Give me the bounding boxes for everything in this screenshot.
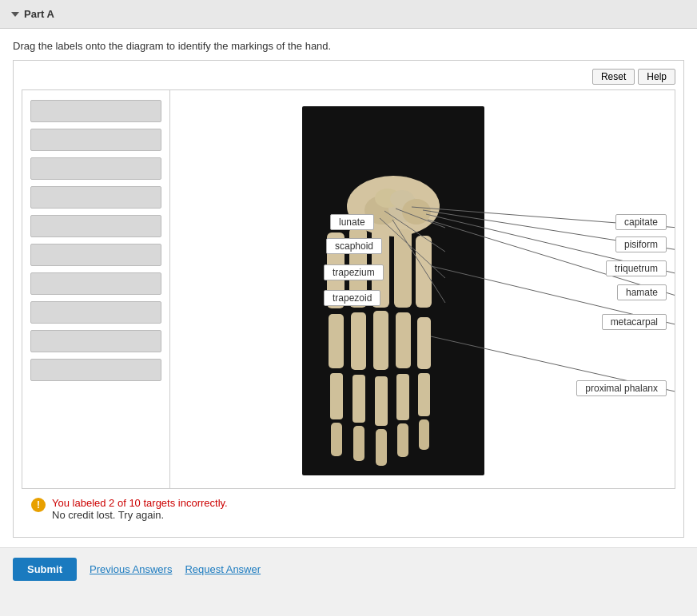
svg-line-28 xyxy=(384,211,445,252)
svg-rect-21 xyxy=(418,373,430,416)
help-button[interactable]: Help xyxy=(638,69,675,85)
diagram-area: lunate scaphoid trapezium trapezoid capi… xyxy=(22,89,675,489)
drop-slot-2[interactable] xyxy=(30,129,161,151)
svg-point-3 xyxy=(388,195,420,222)
svg-line-29 xyxy=(380,218,445,278)
svg-rect-15 xyxy=(396,312,411,368)
label-lunate[interactable]: lunate xyxy=(330,214,374,230)
feedback-area: ! You labeled 2 of 10 targets incorrectl… xyxy=(22,489,675,529)
drop-slot-3[interactable] xyxy=(30,157,161,180)
svg-rect-22 xyxy=(331,423,342,456)
previous-answers-button[interactable]: Previous Answers xyxy=(90,563,172,575)
drop-slot-10[interactable] xyxy=(30,359,161,381)
svg-rect-23 xyxy=(353,426,364,461)
request-answer-button[interactable]: Request Answer xyxy=(185,563,261,575)
label-hamate[interactable]: hamate xyxy=(617,284,667,300)
diagram-main: lunate scaphoid trapezium trapezoid capi… xyxy=(170,90,675,488)
svg-rect-10 xyxy=(394,229,412,308)
svg-point-6 xyxy=(402,199,431,225)
label-metacarpal[interactable]: metacarpal xyxy=(602,314,667,330)
drop-slot-4[interactable] xyxy=(30,186,161,209)
svg-rect-12 xyxy=(329,314,344,368)
toolbar: Reset Help xyxy=(22,69,675,85)
svg-rect-16 xyxy=(417,317,431,369)
collapse-triangle-icon[interactable] xyxy=(11,12,19,17)
svg-point-4 xyxy=(375,189,400,208)
svg-rect-17 xyxy=(330,373,343,419)
label-trapezium[interactable]: trapezium xyxy=(324,264,384,280)
drop-slot-9[interactable] xyxy=(30,330,161,352)
svg-line-27 xyxy=(396,209,445,228)
svg-rect-14 xyxy=(373,311,388,370)
submit-button[interactable]: Submit xyxy=(13,558,77,581)
drop-slot-8[interactable] xyxy=(30,301,161,324)
svg-point-5 xyxy=(390,190,414,208)
part-header: Part A xyxy=(0,0,697,29)
label-trapezoid[interactable]: trapezoid xyxy=(324,290,380,306)
svg-rect-20 xyxy=(396,374,409,420)
feedback-text: You labeled 2 of 10 targets incorrectly.… xyxy=(52,497,228,521)
svg-rect-11 xyxy=(416,236,432,308)
drop-slot-7[interactable] xyxy=(30,272,161,295)
part-title: Part A xyxy=(24,8,54,20)
svg-rect-26 xyxy=(419,419,429,450)
label-triquetrum[interactable]: triquetrum xyxy=(606,260,667,276)
page-wrapper: Part A Drag the labels onto the diagram … xyxy=(0,0,697,590)
feedback-icon: ! xyxy=(31,498,46,512)
diagram-svg xyxy=(170,90,675,488)
svg-rect-18 xyxy=(352,375,365,423)
reset-button[interactable]: Reset xyxy=(592,69,635,85)
svg-rect-13 xyxy=(351,312,366,370)
svg-line-30 xyxy=(392,220,445,303)
drop-slot-1[interactable] xyxy=(30,100,161,122)
feedback-incorrect-message: You labeled 2 of 10 targets incorrectly. xyxy=(52,497,228,509)
svg-rect-25 xyxy=(397,423,408,457)
instructions: Drag the labels onto the diagram to iden… xyxy=(0,29,697,60)
svg-rect-19 xyxy=(375,376,388,426)
feedback-sub-message: No credit lost. Try again. xyxy=(52,509,164,521)
diagram-container: Reset Help xyxy=(13,60,684,538)
drop-slot-5[interactable] xyxy=(30,215,161,237)
drop-slot-6[interactable] xyxy=(30,244,161,266)
bottom-bar: Submit Previous Answers Request Answer xyxy=(0,547,697,590)
label-pisiform[interactable]: pisiform xyxy=(615,236,667,252)
label-proximal-phalanx[interactable]: proximal phalanx xyxy=(576,380,667,396)
drop-targets-panel xyxy=(22,90,170,488)
label-capitate[interactable]: capitate xyxy=(615,214,667,230)
svg-rect-24 xyxy=(376,429,387,466)
label-scaphoid[interactable]: scaphoid xyxy=(326,238,382,254)
